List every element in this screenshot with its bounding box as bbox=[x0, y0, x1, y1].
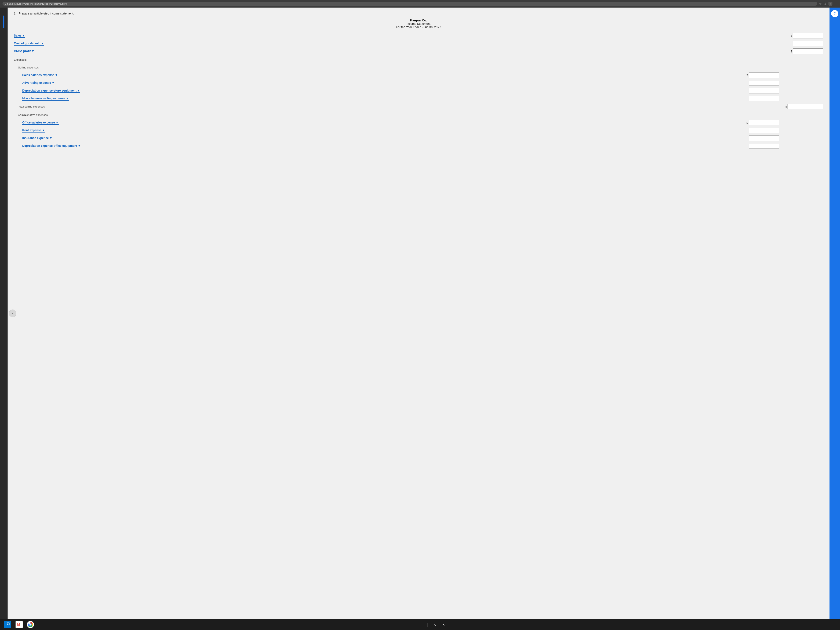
office-salaries-chevron: ▼ bbox=[56, 121, 58, 124]
advertising-input[interactable] bbox=[748, 80, 779, 86]
gmail-icon[interactable]: M bbox=[16, 621, 23, 628]
advertising-mid-col: $ bbox=[739, 80, 781, 86]
depreciation-office-label-col: Depreciation expense-office equipment ▼ bbox=[14, 144, 739, 148]
sales-right-col: $ bbox=[781, 33, 823, 38]
chrome-icon[interactable] bbox=[27, 621, 34, 628]
browser-bar: ...main.do?invoker=&takeAssignmentSessio… bbox=[0, 0, 840, 8]
main-area: ‹ 1. Prepare a multiple-step income stat… bbox=[0, 8, 840, 619]
office-salaries-input[interactable] bbox=[748, 120, 779, 125]
office-salaries-row: Office salaries expense ▼ $ bbox=[14, 119, 823, 126]
sales-salaries-dropdown[interactable]: Sales salaries expense ▼ bbox=[22, 73, 58, 77]
sales-input[interactable] bbox=[793, 33, 823, 38]
svg-text:O: O bbox=[7, 623, 9, 625]
taskbar: O M ||| ○ < bbox=[0, 619, 840, 630]
cogs-label-col: Cost of goods sold ▼ bbox=[14, 41, 739, 46]
sales-salaries-chevron: ▼ bbox=[55, 73, 58, 77]
office-salaries-dropdown[interactable]: Office salaries expense ▼ bbox=[22, 121, 58, 125]
insurance-input[interactable] bbox=[748, 136, 779, 141]
rent-input[interactable] bbox=[748, 128, 779, 133]
right-strip: ? bbox=[829, 8, 840, 619]
cogs-right-col: $ bbox=[781, 41, 823, 46]
gross-profit-label-col: Gross profit ▼ bbox=[14, 49, 739, 53]
svg-text:M: M bbox=[17, 623, 20, 626]
office-salaries-dollar: $ bbox=[747, 121, 748, 124]
outlook-icon[interactable]: O bbox=[4, 621, 11, 628]
depreciation-store-label-col: Depreciation expense-store equipment ▼ bbox=[14, 89, 739, 93]
insurance-mid-col: $ bbox=[739, 136, 781, 141]
depreciation-office-input[interactable] bbox=[748, 143, 779, 149]
rent-label-col: Rent expense ▼ bbox=[14, 128, 739, 133]
insurance-dropdown[interactable]: Insurance expense ▼ bbox=[22, 136, 52, 140]
misc-selling-input[interactable] bbox=[748, 96, 779, 101]
expenses-label: Expenses: bbox=[14, 58, 27, 61]
help-icon-circle[interactable]: ? bbox=[831, 10, 838, 17]
depreciation-store-dropdown[interactable]: Depreciation expense-store equipment ▼ bbox=[22, 89, 80, 93]
advertising-label-col: Advertising expense ▼ bbox=[14, 81, 739, 85]
back-button[interactable]: ‹ bbox=[9, 309, 16, 317]
rent-dropdown[interactable]: Rent expense ▼ bbox=[22, 128, 45, 133]
statement-header: Kanpur Co. Income Statement For the Year… bbox=[14, 19, 823, 29]
blue-accent-bar bbox=[3, 16, 5, 28]
statement-title: Income Statement bbox=[14, 22, 823, 25]
expenses-header-row: Expenses: bbox=[14, 56, 823, 63]
cogs-dropdown[interactable]: Cost of goods sold ▼ bbox=[14, 41, 44, 46]
insurance-row: Insurance expense ▼ $ bbox=[14, 134, 823, 142]
rent-chevron: ▼ bbox=[42, 128, 45, 132]
total-selling-row: Total selling expenses $ bbox=[14, 103, 823, 110]
misc-selling-row: Miscellaneous selling expense ▼ $ bbox=[14, 95, 823, 102]
tab-count[interactable]: 4 bbox=[829, 2, 832, 6]
total-selling-dollar: $ bbox=[785, 105, 787, 108]
insurance-chevron: ▼ bbox=[49, 136, 52, 140]
depreciation-office-mid-col: $ bbox=[739, 143, 781, 149]
selling-expenses-label: Selling expenses: bbox=[18, 66, 39, 69]
cogs-row: Cost of goods sold ▼ $ bbox=[14, 40, 823, 47]
back-button-wrap: ‹ bbox=[9, 309, 16, 317]
total-selling-label-col: Total selling expenses bbox=[14, 105, 739, 108]
misc-selling-chevron: ▼ bbox=[66, 96, 69, 100]
sales-salaries-input[interactable] bbox=[748, 73, 779, 78]
misc-selling-mid-col: $ bbox=[739, 96, 781, 101]
left-strip bbox=[0, 8, 8, 619]
gross-profit-dropdown[interactable]: Gross profit ▼ bbox=[14, 49, 34, 53]
sales-dollar: $ bbox=[791, 34, 792, 37]
taskbar-home-icon[interactable]: ○ bbox=[434, 622, 437, 627]
sales-chevron: ▼ bbox=[22, 34, 25, 37]
advertising-dropdown[interactable]: Advertising expense ▼ bbox=[22, 81, 55, 85]
selling-expenses-header-row: Selling expenses: bbox=[14, 64, 823, 71]
taskbar-center: ||| ○ < bbox=[425, 622, 445, 627]
rent-mid-col: $ bbox=[739, 128, 781, 133]
depreciation-store-chevron: ▼ bbox=[77, 89, 80, 92]
gross-profit-chevron: ▼ bbox=[31, 49, 34, 53]
total-selling-label: Total selling expenses bbox=[18, 105, 45, 108]
misc-selling-dropdown[interactable]: Miscellaneous selling expense ▼ bbox=[22, 96, 69, 101]
advertising-row: Advertising expense ▼ $ bbox=[14, 79, 823, 87]
rent-row: Rent expense ▼ $ bbox=[14, 127, 823, 134]
depreciation-office-dropdown[interactable]: Depreciation expense-office equipment ▼ bbox=[22, 144, 81, 148]
sales-row: Sales ▼ $ bbox=[14, 32, 823, 39]
taskbar-menu-icon[interactable]: ||| bbox=[425, 622, 428, 627]
sales-salaries-dollar: $ bbox=[747, 74, 748, 77]
star-icon[interactable]: ☆ bbox=[819, 2, 822, 5]
sales-salaries-row: Sales salaries expense ▼ $ bbox=[14, 72, 823, 79]
office-salaries-label-col: Office salaries expense ▼ bbox=[14, 121, 739, 125]
admin-expenses-label-col: Administrative expenses: bbox=[14, 114, 823, 117]
insurance-label-col: Insurance expense ▼ bbox=[14, 136, 739, 140]
office-salaries-mid-col: $ bbox=[739, 120, 781, 125]
url-bar[interactable]: ...main.do?invoker=&takeAssignmentSessio… bbox=[3, 2, 817, 6]
depreciation-store-mid-col: $ bbox=[739, 88, 781, 93]
total-selling-right-col: $ bbox=[781, 104, 823, 109]
total-selling-input[interactable] bbox=[788, 104, 823, 109]
sales-dropdown[interactable]: Sales ▼ bbox=[14, 34, 25, 38]
depreciation-store-input[interactable] bbox=[748, 88, 779, 93]
cogs-input[interactable] bbox=[793, 41, 823, 46]
selling-expenses-label-col: Selling expenses: bbox=[14, 66, 823, 69]
menu-icon[interactable]: ⋮ bbox=[835, 2, 837, 5]
content-panel: 1. Prepare a multiple-step income statem… bbox=[8, 8, 829, 619]
gross-profit-input[interactable] bbox=[793, 49, 823, 54]
taskbar-back-icon[interactable]: < bbox=[443, 622, 445, 627]
sales-salaries-label-col: Sales salaries expense ▼ bbox=[14, 73, 739, 77]
download-icon[interactable]: ⬇ bbox=[824, 2, 826, 5]
gross-profit-right-col: $ bbox=[781, 49, 823, 54]
admin-expenses-header-row: Administrative expenses: bbox=[14, 111, 823, 118]
svg-point-7 bbox=[30, 624, 32, 625]
